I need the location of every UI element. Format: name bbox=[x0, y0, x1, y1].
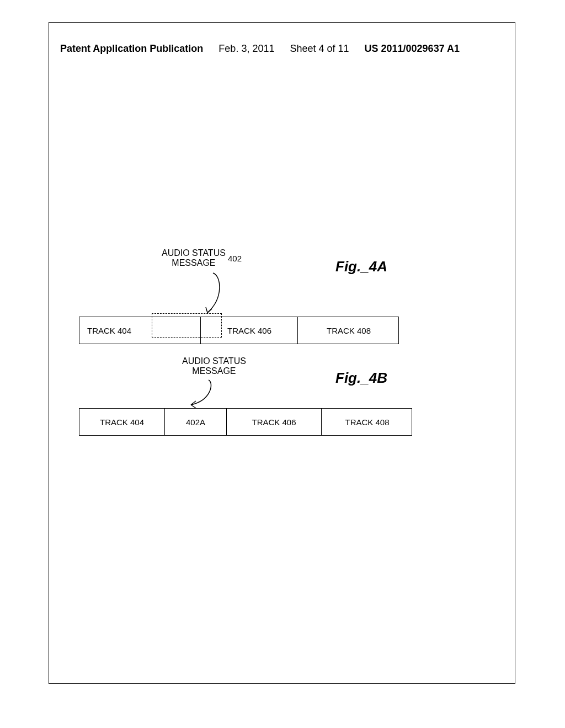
track-406-label: TRACK 406 bbox=[227, 326, 271, 335]
audio-status-label-4b: AUDIO STATUS MESSAGE bbox=[182, 356, 246, 376]
cell-402a: 402A bbox=[165, 409, 227, 435]
header-date: Feb. 3, 2011 bbox=[218, 43, 274, 55]
audio-status-line1-b: AUDIO STATUS bbox=[182, 356, 246, 366]
header-pub-number: US 2011/0029637 A1 bbox=[365, 43, 460, 55]
header-publication-label: Patent Application Publication bbox=[60, 43, 203, 55]
track-406-cell: TRACK 406 bbox=[201, 317, 298, 344]
figure-caption-4a: Fig._4A bbox=[335, 258, 387, 275]
header-sheet: Sheet 4 of 11 bbox=[290, 43, 349, 55]
page-header: Patent Application Publication Feb. 3, 2… bbox=[60, 43, 507, 55]
track-408-cell-b: TRACK 408 bbox=[322, 409, 413, 435]
track-408-label-b: TRACK 408 bbox=[345, 417, 389, 427]
arrow-curve-4b-icon bbox=[181, 377, 231, 410]
track-404-label: TRACK 404 bbox=[87, 326, 131, 335]
track-404-cell: TRACK 404 bbox=[79, 317, 201, 344]
track-408-label: TRACK 408 bbox=[327, 326, 371, 335]
track-408-cell: TRACK 408 bbox=[298, 317, 399, 344]
audio-status-line2: MESSAGE bbox=[162, 258, 226, 268]
figure-caption-4b: Fig._4B bbox=[335, 370, 387, 387]
arrow-curve-4a-icon bbox=[191, 270, 241, 320]
page-border bbox=[49, 22, 515, 684]
track-406-label-b: TRACK 406 bbox=[252, 417, 296, 427]
reference-402: 402 bbox=[228, 254, 242, 263]
cell-402a-label: 402A bbox=[186, 417, 205, 427]
track-404-label-b: TRACK 404 bbox=[100, 417, 144, 427]
track-row-4a: TRACK 404 TRACK 406 TRACK 408 bbox=[79, 317, 399, 344]
audio-status-label-4a: AUDIO STATUS MESSAGE bbox=[162, 248, 226, 268]
audio-status-line1: AUDIO STATUS bbox=[162, 248, 226, 258]
audio-status-line2-b: MESSAGE bbox=[182, 366, 246, 376]
track-row-4b: TRACK 404 402A TRACK 406 TRACK 408 bbox=[79, 408, 412, 436]
track-404-cell-b: TRACK 404 bbox=[79, 409, 165, 435]
track-406-cell-b: TRACK 406 bbox=[227, 409, 322, 435]
